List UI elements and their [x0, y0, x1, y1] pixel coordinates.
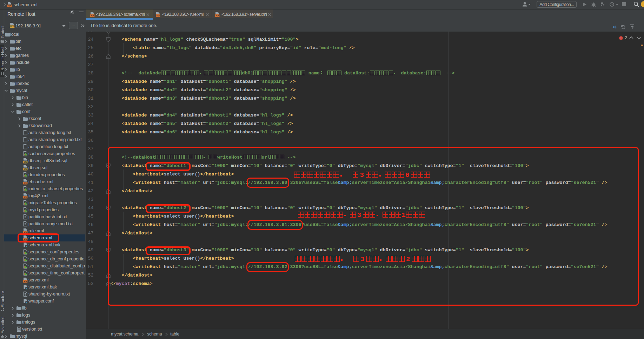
svg-text:<>: <>: [24, 280, 27, 283]
svg-text:<>: <>: [8, 5, 11, 7]
svg-text:?: ?: [26, 245, 27, 248]
svg-text:<>: <>: [24, 196, 27, 199]
svg-text:SFTP: SFTP: [9, 26, 15, 28]
svg-text:?: ?: [26, 287, 27, 290]
svg-text:SQL: SQL: [24, 168, 27, 170]
svg-text:SQL: SQL: [24, 161, 27, 163]
svg-text:?: ?: [26, 301, 27, 304]
svg-text:<>: <>: [91, 14, 94, 17]
svg-text:<>: <>: [216, 14, 219, 17]
svg-text:<>: <>: [157, 14, 160, 17]
svg-text:<>: <>: [24, 182, 27, 185]
